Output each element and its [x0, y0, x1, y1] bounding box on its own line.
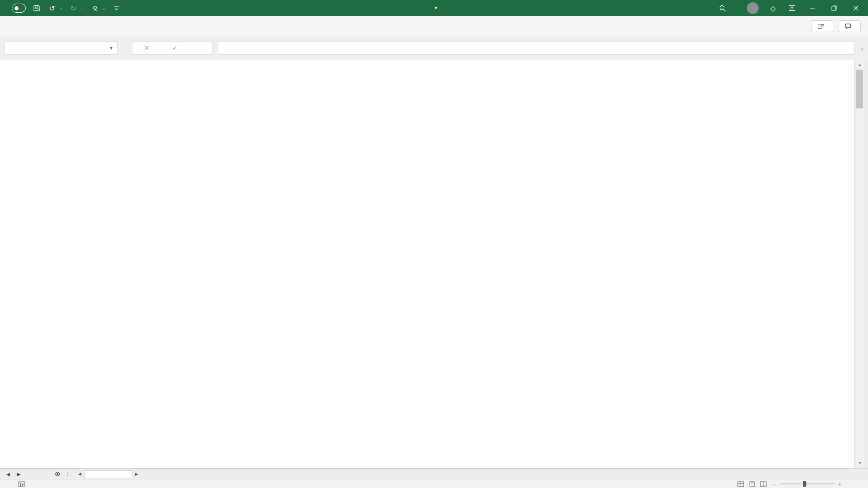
zoom-out-icon[interactable]: − [773, 480, 777, 488]
horizontal-scrollbar[interactable]: ◀ ▶ [78, 469, 138, 479]
zoom-slider[interactable]: − + [773, 480, 842, 488]
formula-input[interactable] [218, 41, 854, 55]
tabbar-grip: ⁞ [63, 469, 71, 479]
new-sheet-button[interactable]: ⊕ [52, 469, 63, 479]
redo-icon[interactable]: ↻ [69, 4, 78, 13]
ribbon-buttons [811, 20, 861, 32]
save-icon[interactable] [32, 4, 41, 13]
comments-button[interactable] [839, 20, 861, 32]
zoom-track[interactable] [780, 483, 835, 484]
worksheet [0, 60, 854, 468]
qat-customize-icon[interactable] [112, 4, 121, 13]
page-break-view-icon[interactable] [760, 481, 767, 487]
scroll-down-icon[interactable]: ▼ [855, 459, 865, 467]
titlebar-right: ◇ [718, 0, 868, 16]
formula-buttons: ✕ ✓ [132, 41, 212, 55]
name-box[interactable]: ▼ [5, 41, 118, 55]
page-layout-view-icon[interactable] [749, 481, 755, 487]
hscroll-left-icon[interactable]: ◀ [78, 472, 81, 476]
cancel-formula-icon[interactable]: ✕ [144, 44, 149, 52]
zoom-in-icon[interactable]: + [838, 480, 842, 488]
minimize-button[interactable] [807, 2, 818, 14]
scroll-up-icon[interactable]: ▲ [855, 61, 865, 69]
normal-view-icon[interactable] [737, 481, 744, 487]
touch-mode-dropdown-icon[interactable]: ⌄ [102, 6, 106, 10]
hscroll-right-icon[interactable]: ▶ [135, 472, 138, 476]
restore-button[interactable] [828, 2, 840, 14]
formula-bar-grip: ⋮ [123, 45, 129, 52]
sheet-nav-left-icon[interactable]: ◀ [6, 472, 10, 477]
status-bar: − + [0, 479, 868, 488]
share-button[interactable] [811, 20, 833, 32]
ribbon-tab-row [0, 16, 868, 37]
autosave-dot-icon [14, 6, 19, 10]
autosave-pill[interactable] [12, 4, 26, 13]
horizontal-scroll-track[interactable] [84, 470, 132, 478]
sheet-nav-right-icon[interactable]: ▶ [17, 472, 21, 477]
excel-window: ↺⌄ ↻⌄ ⌄ ▼ ◇ [0, 0, 868, 488]
undo-dropdown-icon[interactable]: ⌄ [59, 6, 63, 10]
avatar[interactable] [747, 2, 759, 14]
close-button[interactable] [850, 2, 862, 14]
more-sheets[interactable] [45, 469, 52, 479]
sheet-tab-bar: ◀ ▶ ⊕ ⁞ ◀ ▶ [0, 468, 868, 479]
autosave-toggle[interactable] [8, 4, 26, 13]
redo-dropdown-icon[interactable]: ⌄ [81, 6, 85, 10]
formula-bar-expand-icon[interactable]: ⌄ [860, 45, 864, 51]
search-icon[interactable] [718, 4, 727, 13]
vertical-scroll-thumb[interactable] [856, 70, 863, 108]
gem-icon[interactable]: ◇ [769, 4, 778, 13]
touch-mode-icon[interactable] [90, 4, 99, 13]
formula-bar: ▼ ⋮ ✕ ✓ ⌄ [0, 36, 868, 60]
title-dropdown-icon[interactable]: ▼ [434, 6, 438, 10]
vertical-scrollbar[interactable]: ▲ ▼ [854, 60, 865, 468]
undo-icon[interactable]: ↺ [47, 4, 57, 13]
title-bar: ↺⌄ ↻⌄ ⌄ ▼ ◇ [0, 0, 868, 16]
quick-access-toolbar: ↺⌄ ↻⌄ ⌄ [0, 4, 121, 13]
zoom-thumb[interactable] [803, 481, 806, 487]
name-box-dropdown-icon[interactable]: ▼ [109, 46, 113, 51]
ribbon-display-options-icon[interactable] [788, 4, 797, 13]
sheet-nav: ◀ ▶ [0, 469, 27, 479]
window-edge [864, 60, 868, 468]
macro-record-icon[interactable] [18, 481, 25, 487]
enter-formula-icon[interactable]: ✓ [172, 44, 178, 52]
